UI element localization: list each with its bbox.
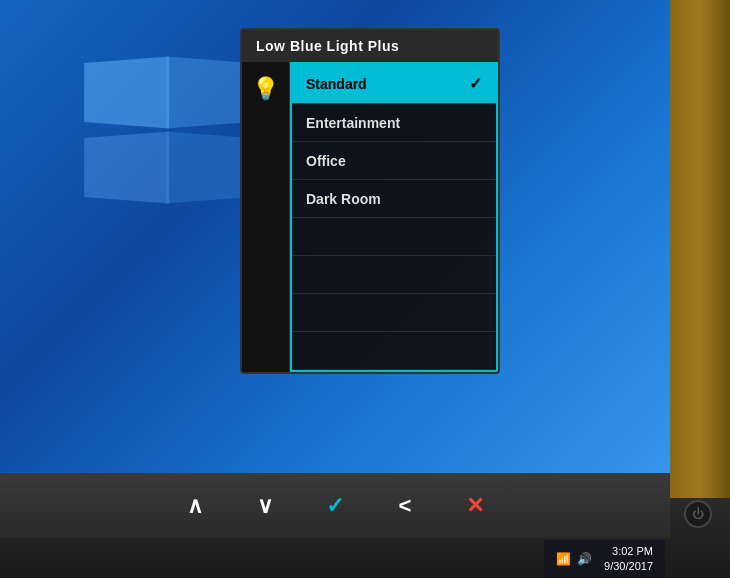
nav-down-button[interactable]: ∨ bbox=[230, 478, 300, 533]
down-arrow-icon: ∨ bbox=[257, 493, 273, 519]
close-icon: ✕ bbox=[466, 493, 484, 519]
taskbar-date-display: 9/30/2017 bbox=[604, 559, 653, 574]
osd-item-standard[interactable]: Standard ✓ bbox=[292, 64, 496, 104]
wifi-icon: 📶 bbox=[556, 552, 571, 566]
nav-close-button[interactable]: ✕ bbox=[440, 478, 510, 533]
ok-check-icon: ✓ bbox=[326, 493, 344, 519]
osd-item-label-office: Office bbox=[306, 153, 346, 169]
osd-check-standard: ✓ bbox=[469, 74, 482, 93]
osd-item-label-darkroom: Dark Room bbox=[306, 191, 381, 207]
low-blue-light-icon: 💡 bbox=[252, 76, 279, 102]
osd-item-label-standard: Standard bbox=[306, 76, 367, 92]
osd-body: 💡 Standard ✓ Entertainment Office Dark R… bbox=[242, 62, 498, 372]
osd-item-empty-2 bbox=[292, 256, 496, 294]
back-arrow-icon: < bbox=[399, 493, 412, 519]
osd-item-darkroom[interactable]: Dark Room bbox=[292, 180, 496, 218]
taskbar: 📶 🔊 3:02 PM 9/30/2017 bbox=[544, 540, 665, 578]
osd-title: Low Blue Light Plus bbox=[242, 30, 498, 62]
nav-up-button[interactable]: ∧ bbox=[160, 478, 230, 533]
osd-item-empty-1 bbox=[292, 218, 496, 256]
windows-logo bbox=[80, 60, 260, 200]
up-arrow-icon: ∧ bbox=[187, 493, 203, 519]
osd-menu: Low Blue Light Plus 💡 Standard ✓ Enterta… bbox=[240, 28, 500, 374]
osd-item-entertainment[interactable]: Entertainment bbox=[292, 104, 496, 142]
speaker-icon: 🔊 bbox=[577, 552, 592, 566]
monitor-right-bezel bbox=[670, 0, 730, 520]
taskbar-time-display: 3:02 PM bbox=[612, 544, 653, 559]
taskbar-clock: 3:02 PM 9/30/2017 bbox=[604, 544, 653, 575]
osd-item-empty-4 bbox=[292, 332, 496, 370]
taskbar-system-icons: 📶 🔊 bbox=[556, 552, 592, 566]
osd-icon-column: 💡 bbox=[242, 62, 290, 372]
osd-item-empty-3 bbox=[292, 294, 496, 332]
nav-back-button[interactable]: < bbox=[370, 478, 440, 533]
osd-item-office[interactable]: Office bbox=[292, 142, 496, 180]
osd-item-label-entertainment: Entertainment bbox=[306, 115, 400, 131]
nav-ok-button[interactable]: ✓ bbox=[300, 478, 370, 533]
monitor-nav-bar: ∧ ∨ ✓ < ✕ bbox=[0, 473, 670, 538]
power-button[interactable]: ⏻ bbox=[684, 500, 712, 528]
power-icon: ⏻ bbox=[692, 507, 704, 521]
osd-item-list: Standard ✓ Entertainment Office Dark Roo… bbox=[290, 62, 498, 372]
